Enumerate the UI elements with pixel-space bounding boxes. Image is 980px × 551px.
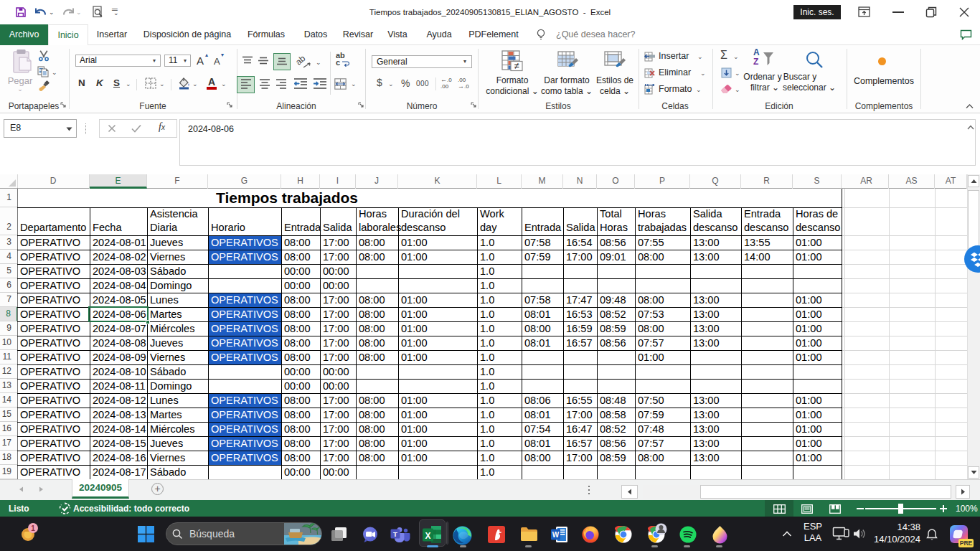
svg-text:W: W: [552, 531, 560, 539]
svg-text:X: X: [425, 531, 430, 541]
svg-text:T: T: [393, 530, 397, 538]
svg-text:1: 1: [31, 524, 35, 532]
svg-text:≠: ≠: [514, 60, 519, 71]
